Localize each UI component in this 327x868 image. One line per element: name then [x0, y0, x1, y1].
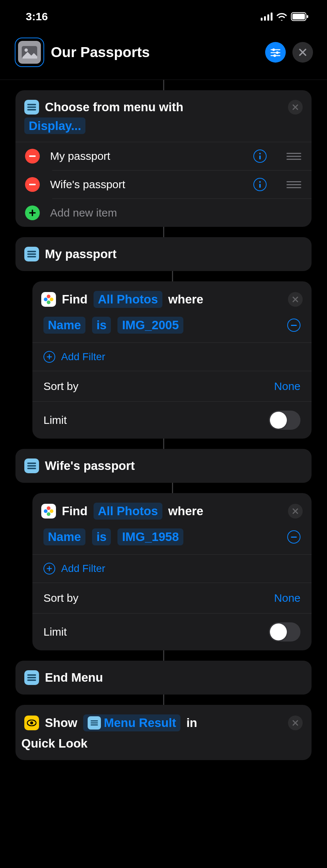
svg-rect-43 [27, 465, 36, 467]
connector [163, 80, 164, 90]
settings-button[interactable] [265, 42, 286, 63]
limit-toggle[interactable] [269, 411, 300, 430]
menu-case-header: Wife's passport [15, 449, 312, 483]
svg-point-23 [259, 153, 261, 154]
case-label: My passport [45, 247, 116, 261]
case-label: Wife's passport [45, 459, 135, 473]
svg-point-36 [44, 298, 48, 301]
drag-handle[interactable] [286, 151, 301, 161]
close-icon [292, 104, 299, 110]
sort-label: Sort by [43, 592, 78, 604]
filter-value-token[interactable]: IMG_2005 [117, 317, 183, 334]
find-photos-action: Find All Photos where Name is IMG_2005 A… [32, 281, 312, 439]
connector [172, 483, 173, 493]
drag-handle[interactable] [286, 180, 301, 190]
svg-point-46 [50, 509, 53, 513]
filter-op-token[interactable]: is [92, 528, 111, 545]
sliders-icon [270, 47, 281, 57]
menu-item-label[interactable]: My passport [50, 150, 243, 162]
status-indicators [261, 12, 309, 21]
remove-filter-button[interactable] [287, 530, 300, 544]
remove-item-button[interactable] [25, 177, 40, 192]
remove-item-button[interactable] [25, 149, 40, 164]
filter-field-token[interactable]: Name [43, 317, 85, 334]
header: Our Passports [0, 29, 327, 80]
add-item-label: Add new item [50, 207, 301, 219]
menu-case-header: My passport [15, 237, 312, 271]
filter-value-token[interactable]: IMG_1958 [117, 528, 183, 545]
shortcut-title[interactable]: Our Passports [51, 44, 259, 60]
photo-icon [22, 46, 37, 59]
minus-icon [29, 155, 36, 157]
connector [172, 271, 173, 281]
svg-rect-24 [259, 155, 261, 159]
connector [163, 650, 164, 661]
source-token[interactable]: All Photos [94, 291, 162, 308]
svg-rect-51 [291, 537, 297, 538]
status-bar: 3:16 [0, 0, 327, 29]
add-filter-label: Add Filter [61, 563, 105, 574]
menu-item-label[interactable]: Wife's passport [50, 178, 243, 191]
delete-action-button[interactable] [288, 292, 303, 307]
info-button[interactable] [253, 178, 267, 191]
in-word: in [186, 716, 197, 730]
find-verb: Find [62, 292, 88, 306]
plus-circle-icon [43, 563, 55, 574]
plus-circle-icon [43, 351, 55, 363]
svg-point-47 [47, 512, 50, 516]
delete-action-button[interactable] [288, 716, 303, 730]
sort-by-row[interactable]: Sort by None [32, 583, 312, 613]
svg-rect-59 [91, 720, 98, 721]
add-filter-label: Add Filter [61, 351, 105, 363]
scripting-icon [88, 716, 101, 730]
shortcut-icon-button[interactable] [15, 38, 44, 67]
find-verb: Find [62, 504, 88, 518]
show-verb: Show [45, 716, 77, 730]
menu-item-row: Wife's passport [15, 171, 312, 198]
svg-rect-53 [47, 568, 52, 569]
svg-rect-55 [27, 677, 36, 678]
limit-toggle[interactable] [269, 622, 300, 642]
end-menu-label: End Menu [45, 671, 103, 685]
svg-rect-30 [27, 251, 36, 252]
filter-op-token[interactable]: is [92, 317, 111, 334]
source-token[interactable]: All Photos [94, 503, 162, 520]
svg-point-12 [276, 52, 279, 54]
add-menu-item-row[interactable]: Add new item [15, 199, 312, 227]
status-time: 3:16 [26, 10, 48, 23]
prompt-token[interactable]: Display... [24, 117, 85, 134]
svg-rect-0 [261, 18, 263, 21]
delete-action-button[interactable] [288, 504, 303, 519]
close-button[interactable] [292, 42, 313, 63]
svg-rect-61 [91, 724, 98, 725]
svg-rect-29 [29, 212, 36, 214]
plus-icon [47, 354, 52, 359]
info-icon [259, 152, 261, 160]
add-filter-button[interactable]: Add Filter [32, 554, 312, 583]
add-item-button[interactable] [25, 205, 40, 220]
end-menu-block: End Menu [15, 661, 312, 695]
svg-point-33 [47, 295, 50, 298]
quick-look-action: Show Menu Result in Quick Look [15, 705, 312, 760]
limit-label: Limit [43, 414, 67, 426]
filter-row: Name is IMG_2005 [32, 317, 312, 342]
limit-label: Limit [43, 626, 67, 638]
remove-filter-button[interactable] [287, 319, 300, 332]
menu-result-token[interactable]: Menu Result [83, 714, 180, 731]
scripting-icon [24, 670, 39, 685]
svg-point-10 [272, 49, 275, 51]
filter-field-token[interactable]: Name [43, 528, 85, 545]
photos-app-icon [41, 504, 56, 519]
svg-rect-22 [29, 155, 36, 157]
add-filter-button[interactable]: Add Filter [32, 342, 312, 371]
connector [163, 227, 164, 237]
connector [163, 439, 164, 449]
svg-rect-31 [27, 253, 36, 255]
delete-action-button[interactable] [288, 100, 303, 115]
svg-rect-60 [91, 723, 98, 724]
sort-by-row[interactable]: Sort by None [32, 371, 312, 401]
info-button[interactable] [253, 150, 267, 163]
photos-app-icon [41, 292, 56, 307]
plus-icon [47, 566, 52, 571]
minus-icon [291, 537, 297, 538]
